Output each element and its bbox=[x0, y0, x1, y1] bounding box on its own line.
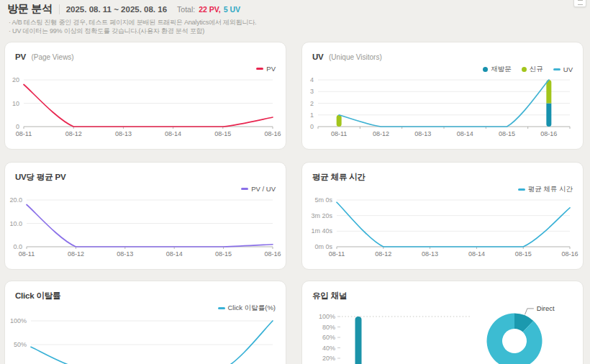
card-channels: 유입 채널 100%80%60%40%20%0%Direct bbox=[301, 281, 584, 364]
svg-text:0: 0 bbox=[310, 123, 314, 130]
header-divider bbox=[59, 4, 60, 14]
svg-text:08-11: 08-11 bbox=[329, 250, 345, 258]
chart-title-text: 유입 채널 bbox=[312, 291, 347, 300]
svg-text:08-15: 08-15 bbox=[215, 250, 232, 258]
legend-label: 신규 bbox=[530, 65, 543, 74]
svg-text:08-16: 08-16 bbox=[561, 250, 578, 258]
svg-text:60%: 60% bbox=[322, 334, 335, 341]
card-pv: PV (Page Views) PV 0102008-1108-1208-130… bbox=[4, 42, 286, 150]
svg-text:1: 1 bbox=[310, 112, 314, 119]
chart-title-text: 평균 체류 시간 bbox=[312, 173, 366, 181]
card-click-bounce: Click 이탈률 Click 이탈률(%) 0%50%100%08-1108-… bbox=[4, 281, 286, 364]
svg-text:80%: 80% bbox=[322, 324, 335, 331]
legend-uv: 재방문신규UV bbox=[483, 65, 573, 74]
svg-text:08-11: 08-11 bbox=[16, 130, 32, 137]
chart-title-text: Click 이탈률 bbox=[15, 291, 60, 300]
svg-text:08-14: 08-14 bbox=[468, 250, 485, 258]
svg-text:08-12: 08-12 bbox=[375, 250, 391, 258]
svg-text:08-12: 08-12 bbox=[65, 130, 82, 137]
svg-text:1m 40s: 1m 40s bbox=[311, 227, 332, 235]
svg-text:2: 2 bbox=[310, 100, 314, 107]
chart-title-pv-per-uv: UV당 평균 PV bbox=[15, 170, 68, 183]
card-dwell-time: 평균 체류 시간 평균 체류 시간 0m 0s1m 40s3m 20s5m 0s… bbox=[301, 162, 584, 270]
total-uv-value: 5 UV bbox=[224, 5, 240, 14]
legend-marker-icon bbox=[241, 188, 248, 190]
svg-text:08-12: 08-12 bbox=[373, 130, 389, 137]
chart-subtitle-text: (Unique Visitors) bbox=[329, 53, 382, 61]
total-pv-value: 22 PV, bbox=[199, 5, 221, 14]
chart-title-channels: 유입 채널 bbox=[312, 288, 349, 301]
legend-pv-per-uv: PV / UV bbox=[241, 185, 276, 193]
legend-marker-icon bbox=[553, 68, 560, 70]
legend-marker-icon bbox=[218, 307, 225, 309]
note-uv-accuracy: · UV 데이터는 99% 이상의 정확도를 갖습니다.(사용자 환경 분석 포… bbox=[9, 27, 256, 35]
svg-text:08-16: 08-16 bbox=[540, 130, 557, 137]
legend-label: PV / UV bbox=[251, 185, 276, 193]
svg-text:08-15: 08-15 bbox=[214, 130, 231, 137]
legend-item[interactable]: PV / UV bbox=[241, 185, 276, 193]
legend-item[interactable]: 재방문 bbox=[483, 65, 512, 74]
legend-item[interactable]: 신규 bbox=[522, 65, 543, 74]
legend-label: 평균 체류 시간 bbox=[528, 185, 573, 194]
legend-item[interactable]: Click 이탈률(%) bbox=[218, 304, 276, 313]
card-uv: UV (Unique Visitors) 재방문신규UV 0123408-110… bbox=[301, 42, 584, 150]
svg-text:3m 20s: 3m 20s bbox=[311, 212, 332, 219]
svg-text:0m 0s: 0m 0s bbox=[314, 243, 332, 250]
svg-text:50%: 50% bbox=[14, 341, 27, 348]
legend-label: 재방문 bbox=[491, 65, 512, 74]
svg-text:08-11: 08-11 bbox=[331, 130, 347, 137]
svg-text:5m 0s: 5m 0s bbox=[314, 196, 332, 204]
svg-text:08-11: 08-11 bbox=[19, 250, 35, 258]
legend-dwell-time: 평균 체류 시간 bbox=[518, 185, 573, 194]
total-label: Total: bbox=[177, 5, 195, 14]
svg-text:3: 3 bbox=[310, 88, 314, 95]
svg-text:08-13: 08-13 bbox=[117, 250, 133, 258]
svg-text:0: 0 bbox=[16, 123, 19, 130]
legend-marker-icon bbox=[518, 188, 525, 191]
date-range: 2025. 08. 11 ~ 2025. 08. 16 bbox=[66, 5, 167, 14]
svg-text:Direct: Direct bbox=[537, 304, 555, 312]
chart-title-text: UV bbox=[312, 53, 324, 61]
legend-item[interactable]: PV bbox=[256, 65, 276, 73]
svg-text:08-13: 08-13 bbox=[414, 130, 431, 137]
header-notes: · A/B 테스팅 진행 중인 경우, 테스트 페이지에 분배된 트래픽은 An… bbox=[9, 18, 256, 35]
note-ab-testing: · A/B 테스팅 진행 중인 경우, 테스트 페이지에 분배된 트래픽은 An… bbox=[9, 18, 256, 27]
svg-text:08-12: 08-12 bbox=[68, 250, 84, 258]
floating-widget[interactable] bbox=[573, 0, 586, 7]
legend-label: PV bbox=[266, 65, 276, 73]
grip-icon bbox=[578, 0, 583, 5]
svg-text:20.0: 20.0 bbox=[9, 196, 22, 204]
svg-text:40%: 40% bbox=[322, 345, 335, 352]
svg-text:08-13: 08-13 bbox=[115, 130, 132, 137]
legend-pv: PV bbox=[256, 65, 276, 73]
svg-text:4: 4 bbox=[310, 76, 314, 83]
legend-item[interactable]: 평균 체류 시간 bbox=[518, 185, 573, 194]
page-header: 방문 분석 2025. 08. 11 ~ 2025. 08. 16 Total:… bbox=[7, 2, 240, 16]
svg-text:08-14: 08-14 bbox=[166, 250, 183, 258]
svg-text:100%: 100% bbox=[319, 313, 335, 320]
card-pv-per-uv: UV당 평균 PV PV / UV 0.010.020.008-1108-120… bbox=[4, 162, 286, 270]
svg-text:10.0: 10.0 bbox=[9, 220, 22, 227]
svg-text:08-14: 08-14 bbox=[457, 130, 473, 137]
chart-title-pv: PV (Page Views) bbox=[15, 50, 74, 63]
svg-text:08-16: 08-16 bbox=[264, 130, 281, 137]
chart-subtitle-text: (Page Views) bbox=[31, 53, 73, 61]
svg-text:20: 20 bbox=[12, 76, 19, 83]
legend-label: UV bbox=[563, 65, 573, 73]
chart-title-text: PV bbox=[15, 53, 26, 61]
chart-title-dwell-time: 평균 체류 시간 bbox=[312, 170, 368, 183]
legend-marker-icon bbox=[483, 67, 488, 72]
legend-marker-icon bbox=[256, 68, 263, 70]
svg-text:08-16: 08-16 bbox=[264, 250, 281, 258]
svg-text:10: 10 bbox=[12, 100, 19, 107]
svg-text:0.0: 0.0 bbox=[13, 243, 22, 250]
legend-label: Click 이탈률(%) bbox=[228, 304, 276, 313]
svg-text:20%: 20% bbox=[322, 355, 335, 362]
chart-title-uv: UV (Unique Visitors) bbox=[312, 50, 382, 63]
legend-click-bounce: Click 이탈률(%) bbox=[218, 304, 276, 313]
chart-title-click-bounce: Click 이탈률 bbox=[15, 288, 63, 301]
svg-text:08-13: 08-13 bbox=[422, 250, 438, 258]
svg-text:100%: 100% bbox=[10, 317, 27, 324]
page-title: 방문 분석 bbox=[7, 2, 53, 16]
legend-item[interactable]: UV bbox=[553, 65, 573, 73]
